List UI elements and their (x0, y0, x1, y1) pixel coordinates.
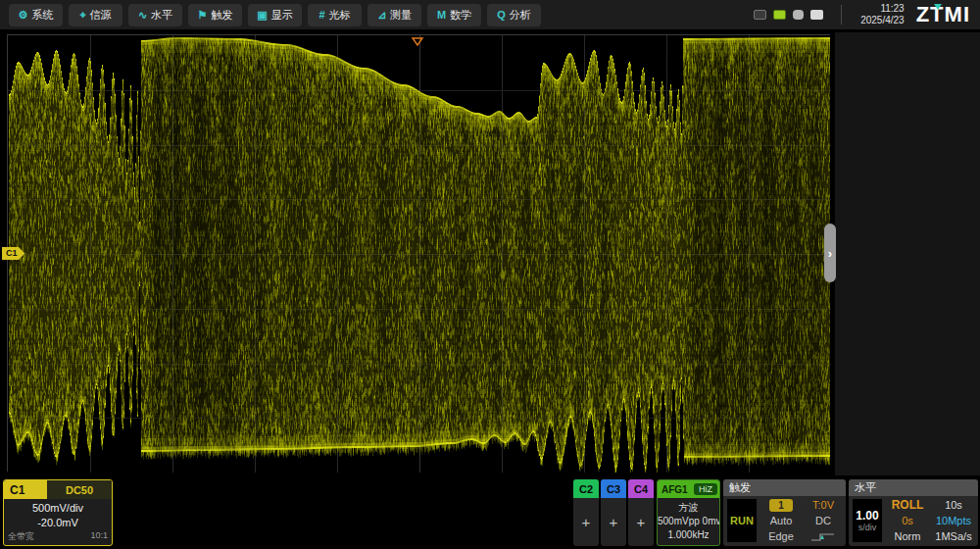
main-menu: ⚙ 系统 ⌖ 信源 ∿ 水平 ⚑ 触发 ▣ 显示 # 光标 (0, 4, 541, 26)
acquisition-mode: Norm (895, 529, 921, 543)
time-text: 11:23 (850, 3, 905, 16)
date-text: 2025/4/23 (850, 15, 905, 27)
channel1-coupling: DC50 (47, 480, 112, 499)
menu-display-button[interactable]: ▣ 显示 (248, 4, 302, 26)
graticule[interactable] (7, 34, 830, 472)
channel4-box[interactable]: C4 + (628, 479, 654, 546)
status-cluster: 11:23 2025/4/23 ZTMI (754, 0, 976, 29)
channel2-box[interactable]: C2 + (573, 479, 599, 546)
channel3-box[interactable]: C3 + (601, 479, 626, 546)
channel3-add-button[interactable]: + (601, 498, 626, 546)
timebase-unit: s/div (858, 523, 877, 532)
menu-horizontal-button[interactable]: ∿ 水平 (128, 4, 182, 26)
oscilloscope-screen: ⚙ 系统 ⌖ 信源 ∿ 水平 ⚑ 触发 ▣ 显示 # 光标 (0, 0, 980, 549)
horizontal-position: 0s (902, 514, 913, 527)
crosshatch-icon: # (318, 10, 324, 21)
time-window: 10s (945, 498, 962, 512)
flag-icon: ⚑ (198, 10, 208, 21)
sample-rate: 1MSa/s (935, 529, 971, 543)
brand-caret-icon (934, 4, 942, 10)
wave-icon: ∿ (138, 10, 147, 21)
channel1-box[interactable]: C1 DC50 500mV/div -20.0mV 全带宽 10:1 (3, 479, 113, 546)
math-icon: M (437, 10, 446, 21)
menu-label: 系统 (31, 8, 53, 23)
trigger-mode: Auto (770, 514, 793, 527)
menu-math-button[interactable]: M 数学 (427, 4, 481, 26)
trigger-panel[interactable]: 触发 RUN 1 Auto Edge T:0V DC (723, 479, 846, 546)
trigger-panel-title: 触发 (723, 479, 846, 496)
menu-label: 数学 (450, 8, 471, 23)
angle-icon: ⊿ (377, 10, 386, 21)
brand-logo: ZTMI (916, 2, 970, 27)
afg-name: AFG1 (662, 484, 694, 495)
horizontal-panel[interactable]: 水平 1.00 s/div ROLL 0s Norm 10s 10Mpts 1M… (849, 479, 978, 546)
menu-system-button[interactable]: ⚙ 系统 (9, 4, 63, 26)
menu-label: 光标 (329, 8, 351, 23)
run-state: RUN (730, 515, 754, 526)
menu-cursor-button[interactable]: # 光标 (308, 4, 362, 26)
clock[interactable]: 11:23 2025/4/23 (850, 3, 905, 27)
afg-impedance-badge: HiZ (694, 483, 717, 496)
menu-label: 触发 (211, 8, 232, 23)
horizontal-mode: ROLL (892, 498, 924, 512)
menu-measure-button[interactable]: ⊿ 测量 (368, 4, 421, 26)
gear-icon: ⚙ (19, 10, 28, 21)
afg-amplitude: 500mVpp 0mv (658, 515, 719, 528)
acquisition-state-cell: RUN (727, 499, 757, 542)
trigger-level: T:0V (812, 498, 834, 512)
menu-label: 信源 (90, 8, 112, 23)
channel1-scale: 500mV/div (8, 502, 108, 514)
memory-depth: 10Mpts (936, 514, 971, 527)
trigger-type: Edge (768, 529, 794, 543)
mouse-status-icon[interactable] (793, 10, 804, 20)
horizontal-panel-title: 水平 (849, 479, 978, 496)
channel3-name: C3 (601, 479, 626, 498)
menu-trigger-button[interactable]: ⚑ 触发 (188, 4, 242, 26)
menu-label: 分析 (510, 8, 531, 23)
channel2-name: C2 (573, 479, 599, 498)
channel1-name: C1 (4, 480, 47, 499)
afg-waveform-type: 方波 (658, 501, 719, 515)
display-status-icon[interactable] (754, 10, 766, 20)
trigger-coupling: DC (815, 514, 831, 527)
channel1-offset: -20.0mV (8, 517, 108, 528)
probe-icon: ⌖ (79, 10, 85, 21)
menu-analyze-button[interactable]: Q 分析 (487, 4, 541, 26)
divider (841, 5, 842, 25)
timebase-cell: 1.00 s/div (853, 499, 882, 542)
magnifier-icon: Q (497, 10, 506, 21)
screen-icon: ▣ (257, 10, 267, 21)
afg-frequency: 1.000kHz (658, 528, 719, 542)
touch-status-icon[interactable] (810, 10, 823, 20)
side-panel-area (835, 32, 980, 475)
waveform-canvas[interactable] (8, 35, 831, 473)
top-menu-bar: ⚙ 系统 ⌖ 信源 ∿ 水平 ⚑ 触发 ▣ 显示 # 光标 (0, 0, 980, 29)
brand-text: ZTMI (916, 2, 970, 26)
storage-status-icon[interactable] (773, 10, 786, 20)
panel-expand-handle[interactable]: › (824, 224, 836, 282)
channel1-bandwidth: 全带宽 (8, 530, 34, 543)
bottom-status-bar: C1 DC50 500mV/div -20.0mV 全带宽 10:1 C2 + … (0, 477, 980, 549)
menu-label: 显示 (271, 8, 293, 23)
menu-label: 测量 (390, 8, 412, 23)
timebase-scale: 1.00 (856, 510, 878, 523)
edge-slope-icon (810, 529, 836, 543)
channel1-probe-ratio: 10:1 (90, 530, 108, 543)
channel4-name: C4 (628, 479, 654, 498)
trigger-source-badge: 1 (769, 499, 793, 512)
channel2-add-button[interactable]: + (573, 498, 599, 546)
menu-label: 水平 (151, 8, 172, 23)
afg-box[interactable]: AFG1 HiZ 方波 500mVpp 0mv 1.000kHz (657, 479, 720, 546)
menu-source-button[interactable]: ⌖ 信源 (69, 4, 122, 26)
display-area: C1 › (0, 29, 980, 477)
channel4-add-button[interactable]: + (628, 498, 654, 546)
